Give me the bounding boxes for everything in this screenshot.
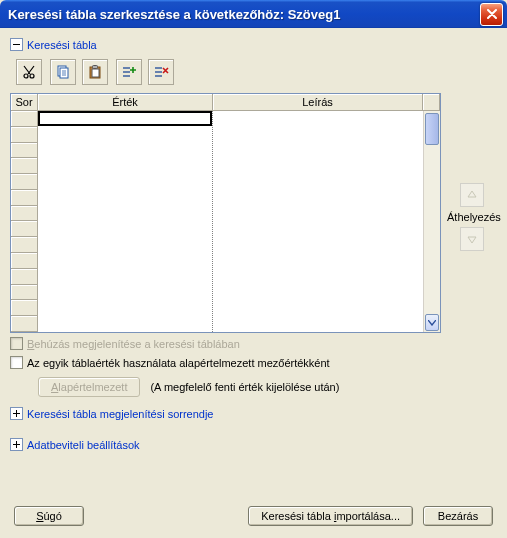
scrollbar-thumb[interactable] bbox=[425, 113, 439, 145]
row-head[interactable] bbox=[11, 237, 38, 253]
row-head[interactable] bbox=[11, 269, 38, 285]
row-head[interactable] bbox=[11, 253, 38, 269]
toolbar-clipboard-group bbox=[50, 59, 108, 85]
toolbar bbox=[16, 59, 497, 85]
dialog-footer: Súgó Keresési tábla importálása... Bezár… bbox=[14, 506, 493, 526]
checkbox-indent-row: Behúzás megjelenítése a keresési táblába… bbox=[10, 337, 497, 350]
row-head[interactable] bbox=[11, 158, 38, 174]
insert-row-button[interactable] bbox=[116, 59, 142, 85]
move-label: Áthelyezés bbox=[447, 211, 497, 223]
chevron-down-icon bbox=[428, 320, 436, 326]
svg-rect-5 bbox=[92, 69, 99, 77]
default-button-row: Alapértelmezett (A megfelelő fenti érték… bbox=[38, 377, 497, 397]
grid-area: Sor Érték Leírás bbox=[10, 93, 497, 333]
move-up-button[interactable] bbox=[460, 183, 484, 207]
svg-point-1 bbox=[30, 74, 34, 78]
close-button[interactable]: Bezárás bbox=[423, 506, 493, 526]
set-default-button: Alapértelmezett bbox=[38, 377, 140, 397]
collapse-search-table-button[interactable] bbox=[10, 38, 23, 51]
row-head[interactable] bbox=[11, 190, 38, 206]
scroll-down-button[interactable] bbox=[425, 314, 439, 331]
svg-rect-6 bbox=[93, 66, 98, 69]
footer-right: Keresési tábla importálása... Bezárás bbox=[248, 506, 493, 526]
dialog-body: Keresési tábla bbox=[0, 28, 507, 538]
dialog-window: Keresési tábla szerkesztése a következőh… bbox=[0, 0, 507, 538]
expand-display-order-button[interactable] bbox=[10, 407, 23, 420]
row-head[interactable] bbox=[11, 221, 38, 237]
checkbox-indent-label: Behúzás megjelenítése a keresési táblába… bbox=[27, 338, 240, 350]
import-button[interactable]: Keresési tábla importálása... bbox=[248, 506, 413, 526]
delete-row-icon bbox=[153, 64, 169, 80]
checkbox-default-row: Az egyik táblaérték használata alapértel… bbox=[10, 356, 497, 369]
col-header-scroll-spacer bbox=[423, 94, 440, 111]
arrow-up-icon bbox=[466, 189, 478, 201]
grid-header-row: Sor Érték Leírás bbox=[11, 94, 440, 111]
section-input-settings: Adatbeviteli beállítások bbox=[10, 438, 497, 451]
scissors-icon bbox=[21, 64, 37, 80]
vertical-scrollbar[interactable] bbox=[423, 111, 440, 332]
row-head[interactable] bbox=[11, 111, 38, 127]
expand-input-settings-button[interactable] bbox=[10, 438, 23, 451]
row-gutter bbox=[11, 111, 38, 332]
checkbox-default[interactable] bbox=[10, 356, 23, 369]
help-button[interactable]: Súgó bbox=[14, 506, 84, 526]
paste-button[interactable] bbox=[82, 59, 108, 85]
grid-body bbox=[11, 111, 440, 332]
selected-cell[interactable] bbox=[38, 111, 212, 126]
row-head[interactable] bbox=[11, 316, 38, 332]
row-head[interactable] bbox=[11, 285, 38, 301]
row-head[interactable] bbox=[11, 206, 38, 222]
close-window-button[interactable] bbox=[480, 3, 503, 26]
row-head[interactable] bbox=[11, 127, 38, 143]
section-search-table: Keresési tábla bbox=[10, 38, 497, 51]
checkbox-default-label[interactable]: Az egyik táblaérték használata alapértel… bbox=[27, 357, 330, 369]
window-title: Keresési tábla szerkesztése a következőh… bbox=[8, 7, 480, 22]
section-display-order-label[interactable]: Keresési tábla megjelenítési sorrendje bbox=[27, 408, 214, 420]
col-header-desc[interactable]: Leírás bbox=[213, 94, 423, 111]
copy-icon bbox=[55, 64, 71, 80]
section-input-settings-label[interactable]: Adatbeviteli beállítások bbox=[27, 439, 140, 451]
section-search-table-label[interactable]: Keresési tábla bbox=[27, 39, 97, 51]
default-note: (A megfelelő fenti érték kijelölése után… bbox=[150, 381, 339, 393]
close-icon bbox=[487, 9, 497, 19]
col-header-value[interactable]: Érték bbox=[38, 94, 213, 111]
grid-cells[interactable] bbox=[38, 111, 423, 332]
checkbox-indent bbox=[10, 337, 23, 350]
move-panel: Áthelyezés bbox=[447, 183, 497, 251]
col-header-row[interactable]: Sor bbox=[11, 94, 38, 111]
section-display-order: Keresési tábla megjelenítési sorrendje bbox=[10, 407, 497, 420]
row-head[interactable] bbox=[11, 174, 38, 190]
row-head[interactable] bbox=[11, 143, 38, 159]
lookup-table-grid[interactable]: Sor Érték Leírás bbox=[10, 93, 441, 333]
column-divider bbox=[212, 111, 213, 332]
copy-button[interactable] bbox=[50, 59, 76, 85]
svg-point-0 bbox=[24, 74, 28, 78]
row-head[interactable] bbox=[11, 300, 38, 316]
cut-button[interactable] bbox=[16, 59, 42, 85]
clipboard-icon bbox=[87, 64, 103, 80]
toolbar-row-group bbox=[116, 59, 174, 85]
move-down-button[interactable] bbox=[460, 227, 484, 251]
insert-row-icon bbox=[121, 64, 137, 80]
arrow-down-icon bbox=[466, 233, 478, 245]
delete-row-button[interactable] bbox=[148, 59, 174, 85]
titlebar: Keresési tábla szerkesztése a következőh… bbox=[0, 0, 507, 28]
